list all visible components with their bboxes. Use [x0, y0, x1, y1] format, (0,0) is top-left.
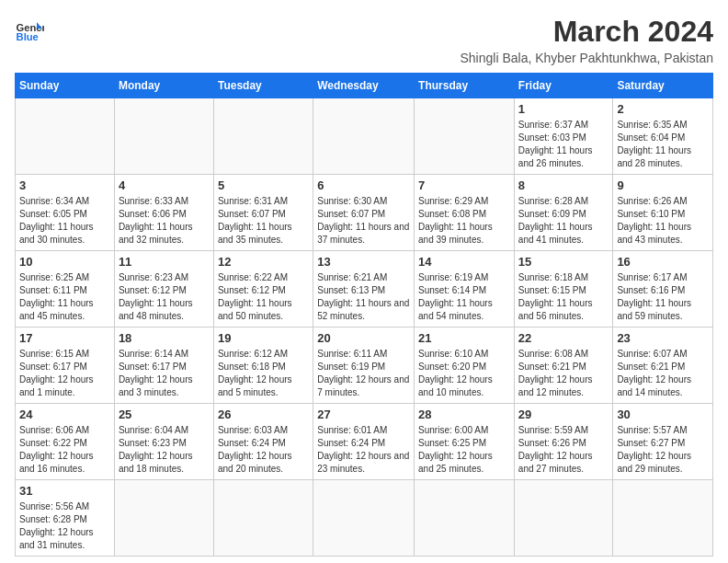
day-sun-info: Sunrise: 6:25 AMSunset: 6:11 PMDaylight:…	[19, 271, 110, 323]
calendar-week-row: 10Sunrise: 6:25 AMSunset: 6:11 PMDayligh…	[16, 251, 713, 327]
calendar-cell	[213, 480, 313, 557]
calendar-cell: 29Sunrise: 5:59 AMSunset: 6:26 PMDayligh…	[514, 404, 613, 480]
day-sun-info: Sunrise: 6:23 AMSunset: 6:12 PMDaylight:…	[119, 271, 210, 323]
day-number: 16	[617, 255, 709, 269]
title-section: March 2024 Shingli Bala, Khyber Pakhtunk…	[461, 15, 714, 65]
calendar-cell: 11Sunrise: 6:23 AMSunset: 6:12 PMDayligh…	[114, 251, 213, 327]
calendar-cell: 8Sunrise: 6:28 AMSunset: 6:09 PMDaylight…	[514, 175, 613, 251]
day-sun-info: Sunrise: 6:21 AMSunset: 6:13 PMDaylight:…	[317, 271, 410, 323]
day-sun-info: Sunrise: 6:01 AMSunset: 6:24 PMDaylight:…	[317, 424, 410, 476]
calendar-cell: 25Sunrise: 6:04 AMSunset: 6:23 PMDayligh…	[114, 404, 213, 480]
day-number: 26	[218, 408, 309, 421]
day-number: 21	[418, 331, 510, 345]
weekday-header: Sunday	[16, 74, 115, 98]
calendar-cell: 4Sunrise: 6:33 AMSunset: 6:06 PMDaylight…	[114, 175, 213, 251]
calendar-cell: 15Sunrise: 6:18 AMSunset: 6:15 PMDayligh…	[514, 251, 613, 327]
day-number: 3	[19, 178, 110, 192]
day-sun-info: Sunrise: 6:37 AMSunset: 6:03 PMDaylight:…	[518, 119, 609, 170]
calendar-cell: 18Sunrise: 6:14 AMSunset: 6:17 PMDayligh…	[114, 327, 213, 404]
day-sun-info: Sunrise: 6:12 AMSunset: 6:18 PMDaylight:…	[218, 348, 309, 399]
calendar-cell	[213, 98, 313, 175]
calendar-cell	[114, 480, 213, 557]
calendar-cell: 12Sunrise: 6:22 AMSunset: 6:12 PMDayligh…	[213, 251, 313, 327]
calendar-cell	[514, 480, 613, 557]
day-number: 29	[518, 408, 609, 421]
calendar-cell: 31Sunrise: 5:56 AMSunset: 6:28 PMDayligh…	[16, 480, 115, 557]
day-sun-info: Sunrise: 6:26 AMSunset: 6:10 PMDaylight:…	[617, 195, 709, 247]
day-number: 22	[518, 331, 609, 345]
calendar-cell	[114, 98, 213, 175]
weekday-header: Monday	[114, 74, 213, 98]
day-sun-info: Sunrise: 6:19 AMSunset: 6:14 PMDaylight:…	[418, 271, 510, 323]
calendar-week-row: 1Sunrise: 6:37 AMSunset: 6:03 PMDaylight…	[16, 98, 713, 175]
calendar-cell	[613, 480, 713, 557]
calendar-cell: 2Sunrise: 6:35 AMSunset: 6:04 PMDaylight…	[613, 98, 713, 175]
calendar-cell: 27Sunrise: 6:01 AMSunset: 6:24 PMDayligh…	[313, 404, 415, 480]
day-sun-info: Sunrise: 5:56 AMSunset: 6:28 PMDaylight:…	[19, 500, 110, 552]
day-number: 19	[218, 331, 309, 345]
day-sun-info: Sunrise: 6:10 AMSunset: 6:20 PMDaylight:…	[418, 348, 510, 399]
weekday-header: Tuesday	[213, 74, 313, 98]
day-sun-info: Sunrise: 5:57 AMSunset: 6:27 PMDaylight:…	[617, 424, 709, 476]
day-number: 13	[317, 255, 410, 269]
weekday-header-row: SundayMondayTuesdayWednesdayThursdayFrid…	[16, 74, 713, 98]
calendar-cell: 30Sunrise: 5:57 AMSunset: 6:27 PMDayligh…	[613, 404, 713, 480]
calendar-cell: 20Sunrise: 6:11 AMSunset: 6:19 PMDayligh…	[313, 327, 415, 404]
calendar-cell	[16, 98, 115, 175]
day-sun-info: Sunrise: 6:33 AMSunset: 6:06 PMDaylight:…	[119, 195, 210, 247]
calendar-cell	[415, 480, 515, 557]
logo-icon: General Blue	[15, 15, 44, 44]
calendar-cell: 16Sunrise: 6:17 AMSunset: 6:16 PMDayligh…	[613, 251, 713, 327]
day-sun-info: Sunrise: 6:15 AMSunset: 6:17 PMDaylight:…	[19, 348, 110, 399]
day-number: 7	[418, 178, 510, 192]
calendar-cell	[415, 98, 515, 175]
calendar-cell: 14Sunrise: 6:19 AMSunset: 6:14 PMDayligh…	[415, 251, 515, 327]
day-number: 20	[317, 331, 410, 345]
day-number: 5	[218, 178, 309, 192]
calendar-cell: 13Sunrise: 6:21 AMSunset: 6:13 PMDayligh…	[313, 251, 415, 327]
page-header: General Blue March 2024 Shingli Bala, Kh…	[15, 15, 713, 65]
weekday-header: Wednesday	[313, 74, 415, 98]
day-number: 24	[19, 408, 110, 421]
calendar-cell: 22Sunrise: 6:08 AMSunset: 6:21 PMDayligh…	[514, 327, 613, 404]
calendar-cell: 9Sunrise: 6:26 AMSunset: 6:10 PMDaylight…	[613, 175, 713, 251]
day-sun-info: Sunrise: 6:35 AMSunset: 6:04 PMDaylight:…	[617, 119, 709, 170]
svg-text:Blue: Blue	[17, 31, 39, 42]
calendar-cell: 28Sunrise: 6:00 AMSunset: 6:25 PMDayligh…	[415, 404, 515, 480]
day-sun-info: Sunrise: 6:31 AMSunset: 6:07 PMDaylight:…	[218, 195, 309, 247]
calendar-cell: 26Sunrise: 6:03 AMSunset: 6:24 PMDayligh…	[213, 404, 313, 480]
weekday-header: Saturday	[613, 74, 713, 98]
day-sun-info: Sunrise: 6:34 AMSunset: 6:05 PMDaylight:…	[19, 195, 110, 247]
calendar-week-row: 24Sunrise: 6:06 AMSunset: 6:22 PMDayligh…	[16, 404, 713, 480]
day-sun-info: Sunrise: 5:59 AMSunset: 6:26 PMDaylight:…	[518, 424, 609, 476]
calendar-table: SundayMondayTuesdayWednesdayThursdayFrid…	[15, 73, 713, 557]
day-number: 6	[317, 178, 410, 192]
day-sun-info: Sunrise: 6:17 AMSunset: 6:16 PMDaylight:…	[617, 271, 709, 323]
calendar-cell: 3Sunrise: 6:34 AMSunset: 6:05 PMDaylight…	[16, 175, 115, 251]
calendar-cell: 17Sunrise: 6:15 AMSunset: 6:17 PMDayligh…	[16, 327, 115, 404]
day-sun-info: Sunrise: 6:08 AMSunset: 6:21 PMDaylight:…	[518, 348, 609, 399]
day-sun-info: Sunrise: 6:00 AMSunset: 6:25 PMDaylight:…	[418, 424, 510, 476]
calendar-cell: 1Sunrise: 6:37 AMSunset: 6:03 PMDaylight…	[514, 98, 613, 175]
calendar-week-row: 17Sunrise: 6:15 AMSunset: 6:17 PMDayligh…	[16, 327, 713, 404]
day-sun-info: Sunrise: 6:22 AMSunset: 6:12 PMDaylight:…	[218, 271, 309, 323]
day-sun-info: Sunrise: 6:29 AMSunset: 6:08 PMDaylight:…	[418, 195, 510, 247]
day-sun-info: Sunrise: 6:18 AMSunset: 6:15 PMDaylight:…	[518, 271, 609, 323]
day-number: 15	[518, 255, 609, 269]
day-sun-info: Sunrise: 6:28 AMSunset: 6:09 PMDaylight:…	[518, 195, 609, 247]
weekday-header: Thursday	[415, 74, 515, 98]
day-sun-info: Sunrise: 6:03 AMSunset: 6:24 PMDaylight:…	[218, 424, 309, 476]
calendar-cell: 19Sunrise: 6:12 AMSunset: 6:18 PMDayligh…	[213, 327, 313, 404]
calendar-week-row: 31Sunrise: 5:56 AMSunset: 6:28 PMDayligh…	[16, 480, 713, 557]
day-sun-info: Sunrise: 6:30 AMSunset: 6:07 PMDaylight:…	[317, 195, 410, 247]
day-number: 18	[119, 331, 210, 345]
location-subtitle: Shingli Bala, Khyber Pakhtunkhwa, Pakist…	[461, 51, 714, 65]
day-number: 28	[418, 408, 510, 421]
day-number: 9	[617, 178, 709, 192]
calendar-cell: 10Sunrise: 6:25 AMSunset: 6:11 PMDayligh…	[16, 251, 115, 327]
day-number: 25	[119, 408, 210, 421]
day-sun-info: Sunrise: 6:14 AMSunset: 6:17 PMDaylight:…	[119, 348, 210, 399]
calendar-cell	[313, 480, 415, 557]
day-number: 4	[119, 178, 210, 192]
day-sun-info: Sunrise: 6:07 AMSunset: 6:21 PMDaylight:…	[617, 348, 709, 399]
